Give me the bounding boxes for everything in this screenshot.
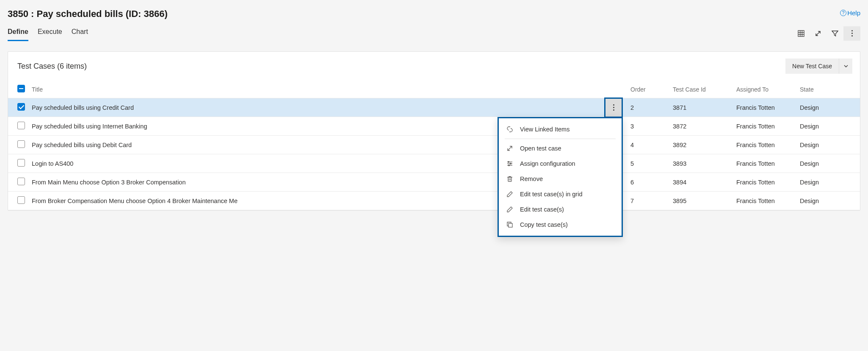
edit-icon	[506, 206, 513, 213]
row-order: 6	[627, 173, 669, 192]
row-checkbox[interactable]	[17, 178, 25, 185]
row-assigned-to: Francis Totten	[733, 173, 796, 192]
row-order: 2	[627, 98, 669, 117]
card-title: Test Cases (6 items)	[17, 62, 87, 71]
filter-button[interactable]	[827, 26, 843, 41]
config-icon	[506, 160, 513, 167]
row-state: Design	[796, 136, 860, 154]
table-row[interactable]: Login to AS40053893Francis TottenDesign	[8, 154, 860, 173]
edit-icon	[506, 191, 513, 198]
table-row[interactable]: Pay scheduled bills using Internet Banki…	[8, 117, 860, 136]
column-header-assigned-to[interactable]: Assigned To	[733, 81, 796, 98]
svg-point-12	[510, 163, 511, 164]
table-row[interactable]: From Main Menu choose Option 3 Broker Co…	[8, 173, 860, 192]
row-assigned-to: Francis Totten	[733, 117, 796, 136]
help-link[interactable]: ? Help	[840, 9, 860, 17]
row-test-case-id: 3892	[669, 136, 733, 154]
row-assigned-to: Francis Totten	[733, 136, 796, 154]
tab-execute[interactable]: Execute	[38, 25, 62, 41]
kebab-icon	[613, 104, 614, 111]
help-icon: ?	[840, 10, 846, 16]
column-header-state[interactable]: State	[796, 81, 860, 98]
svg-point-13	[509, 164, 510, 166]
tabs: Define Execute Chart	[8, 25, 88, 41]
row-checkbox[interactable]	[17, 122, 25, 129]
tab-define[interactable]: Define	[8, 25, 28, 41]
context-menu: View Linked ItemsOpen test caseAssign co…	[498, 117, 623, 218]
more-actions-button[interactable]	[843, 26, 860, 41]
select-all-checkbox[interactable]	[17, 85, 25, 92]
row-checkbox[interactable]	[17, 159, 25, 167]
menu-item-label: Assign configuration	[520, 160, 575, 167]
chevron-down-icon	[843, 64, 849, 69]
grid-view-button[interactable]	[793, 26, 810, 41]
trash-icon	[506, 176, 513, 182]
row-state: Design	[796, 98, 860, 117]
menu-item-edit-test-case-s[interactable]: Edit test case(s)	[499, 202, 622, 217]
column-header-test-case-id[interactable]: Test Case Id	[669, 81, 733, 98]
menu-divider	[505, 139, 616, 139]
column-header-order[interactable]: Order	[627, 81, 669, 98]
row-order: 3	[627, 117, 669, 136]
new-test-case-dropdown[interactable]	[839, 58, 852, 74]
filter-icon	[832, 30, 838, 37]
toolbar	[793, 26, 860, 41]
row-state: Design	[796, 117, 860, 136]
menu-item-label: Edit test case(s)	[520, 206, 564, 213]
menu-item-open-test-case[interactable]: Open test case	[499, 141, 622, 156]
link-icon	[506, 126, 513, 133]
page-title: 3850 : Pay scheduled bills (ID: 3866)	[8, 7, 168, 25]
svg-line-7	[508, 146, 512, 150]
new-test-case-button[interactable]: New Test Case	[785, 58, 839, 74]
row-state: Design	[796, 154, 860, 173]
expand-button[interactable]	[810, 26, 827, 41]
table-row[interactable]: Pay scheduled bills using Credit Card238…	[8, 98, 860, 117]
row-test-case-id: 3893	[669, 154, 733, 173]
row-order: 7	[627, 192, 669, 210]
row-title[interactable]: Pay scheduled bills using Credit Card	[28, 98, 627, 117]
svg-marker-6	[832, 31, 838, 36]
menu-item-label: View Linked Items	[520, 126, 569, 133]
row-checkbox[interactable]	[17, 140, 25, 148]
svg-rect-14	[508, 177, 511, 181]
menu-item-label: Open test case	[520, 145, 561, 152]
table-row[interactable]: Pay scheduled bills using Debit Card4389…	[8, 136, 860, 154]
tab-chart[interactable]: Chart	[72, 25, 88, 41]
help-label: Help	[847, 9, 860, 17]
row-checkbox[interactable]	[17, 196, 25, 204]
row-assigned-to: Francis Totten	[733, 98, 796, 117]
table-row[interactable]: From Broker Compensation Menu choose Opt…	[8, 192, 860, 210]
menu-item-assign-configuration[interactable]: Assign configuration	[499, 156, 622, 171]
grid-icon	[798, 30, 804, 37]
row-test-case-id: 3895	[669, 192, 733, 210]
row-actions-button[interactable]	[604, 98, 623, 118]
row-state: Design	[796, 192, 860, 210]
menu-item-label: Remove	[520, 176, 543, 182]
menu-item-view-linked-items[interactable]: View Linked Items	[499, 122, 622, 137]
test-cases-table: Title Order Test Case Id Assigned To Sta…	[8, 81, 860, 210]
row-checkbox[interactable]	[17, 103, 25, 111]
new-test-case-group: New Test Case	[785, 58, 852, 74]
kebab-icon	[851, 30, 853, 36]
row-assigned-to: Francis Totten	[733, 154, 796, 173]
column-header-title[interactable]: Title	[28, 81, 627, 98]
menu-item-edit-test-case-s-in-grid[interactable]: Edit test case(s) in grid	[499, 187, 622, 202]
row-state: Design	[796, 173, 860, 192]
menu-item-copy-test-case-s[interactable]: Copy test case(s)	[499, 217, 622, 218]
row-test-case-id: 3894	[669, 173, 733, 192]
menu-item-remove[interactable]: Remove	[499, 171, 622, 187]
row-test-case-id: 3871	[669, 98, 733, 117]
expand-icon	[815, 30, 821, 37]
menu-item-label: Edit test case(s) in grid	[520, 191, 582, 198]
test-cases-card: Test Cases (6 items) New Test Case Title…	[8, 51, 860, 211]
row-order: 4	[627, 136, 669, 154]
svg-point-11	[508, 161, 509, 162]
row-order: 5	[627, 154, 669, 173]
svg-rect-0	[798, 31, 804, 36]
open-icon	[506, 145, 513, 152]
row-test-case-id: 3872	[669, 117, 733, 136]
svg-line-5	[816, 31, 820, 36]
row-assigned-to: Francis Totten	[733, 192, 796, 210]
